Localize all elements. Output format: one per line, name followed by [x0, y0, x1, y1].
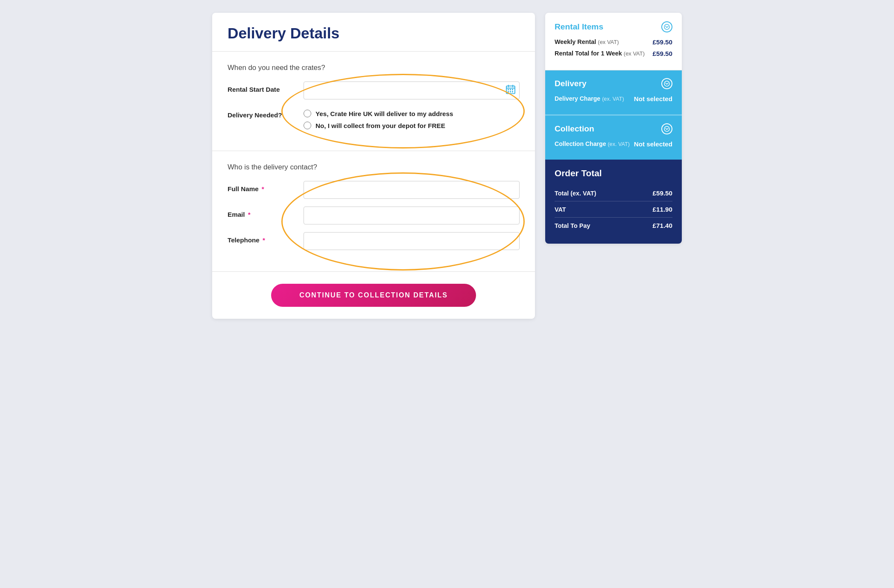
- email-required: *: [248, 211, 251, 218]
- radio-yes-text: Yes, Crate Hire UK will deliver to my ad…: [316, 110, 453, 117]
- delivery-charge-value: Not selected: [634, 95, 672, 102]
- crates-section: When do you need the crates? Rental Star…: [212, 52, 535, 151]
- radio-no-text: No, I will collect from your depot for F…: [316, 122, 445, 129]
- collection-title-row: Collection: [555, 123, 672, 134]
- fullname-label: Full Name *: [228, 181, 296, 192]
- rental-start-date-input[interactable]: [304, 82, 520, 99]
- weekly-rental-label: Weekly Rental (ex VAT): [555, 38, 619, 45]
- radio-no[interactable]: [304, 122, 311, 129]
- email-row: Email *: [228, 207, 520, 224]
- delivery-charge-label: Delivery Charge (ex. VAT): [555, 95, 624, 102]
- fullname-required: *: [262, 185, 264, 192]
- delivery-chevron[interactable]: [661, 78, 672, 89]
- radio-no-label[interactable]: No, I will collect from your depot for F…: [304, 122, 520, 129]
- delivery-radio-group: Yes, Crate Hire UK will deliver to my ad…: [304, 107, 520, 129]
- fullname-control: [304, 181, 520, 199]
- delivery-needed-label: Delivery Needed?: [228, 107, 296, 119]
- telephone-row: Telephone *: [228, 232, 520, 250]
- svg-point-12: [664, 126, 669, 131]
- rental-total-row: Rental Total for 1 Week (ex VAT) £59.50: [555, 50, 672, 57]
- collection-sidebar-section: Collection Collection Charge (ex. VAT) N…: [545, 114, 682, 160]
- vat-row: VAT £11.90: [555, 201, 672, 218]
- continue-button[interactable]: CONTINUE TO COLLECTION DETAILS: [271, 284, 476, 307]
- delivery-sidebar-section: Delivery Delivery Charge (ex. VAT) Not s…: [545, 70, 682, 114]
- page-title: Delivery Details: [228, 25, 520, 42]
- rental-total-label: Rental Total for 1 Week (ex VAT): [555, 50, 645, 57]
- weekly-rental-value: £59.50: [653, 38, 672, 46]
- date-input-wrap: [304, 82, 520, 99]
- collection-header: Collection Collection Charge (ex. VAT) N…: [545, 114, 682, 160]
- email-label: Email *: [228, 207, 296, 218]
- contact-question: Who is the delivery contact?: [228, 163, 520, 172]
- rental-items-title: Rental Items: [555, 22, 603, 32]
- rental-items-section: Rental Items Weekly Rental (ex VAT) £59.…: [545, 13, 682, 70]
- vat-label: VAT: [555, 206, 566, 213]
- delivery-charge-row: Delivery Charge (ex. VAT) Not selected: [555, 95, 672, 102]
- email-input[interactable]: [304, 207, 520, 224]
- crates-question: When do you need the crates?: [228, 64, 520, 72]
- collection-title: Collection: [555, 124, 594, 134]
- collection-charge-label: Collection Charge (ex. VAT): [555, 140, 630, 147]
- radio-yes[interactable]: [304, 110, 311, 117]
- rental-total-value: £59.50: [653, 50, 672, 57]
- page-wrapper: Delivery Details When do you need the cr…: [212, 13, 682, 319]
- fullname-row: Full Name *: [228, 181, 520, 199]
- sidebar: Rental Items Weekly Rental (ex VAT) £59.…: [545, 13, 682, 244]
- weekly-rental-row: Weekly Rental (ex VAT) £59.50: [555, 38, 672, 46]
- order-total-title: Order Total: [555, 168, 672, 178]
- telephone-label: Telephone *: [228, 232, 296, 244]
- fullname-input[interactable]: [304, 181, 520, 199]
- order-total-section: Order Total Total (ex. VAT) £59.50 VAT £…: [545, 160, 682, 244]
- delivery-needed-row: Delivery Needed? Yes, Crate Hire UK will…: [228, 107, 520, 129]
- collection-charge-row: Collection Charge (ex. VAT) Not selected: [555, 140, 672, 148]
- svg-point-11: [664, 81, 669, 86]
- total-ex-vat-value: £59.50: [653, 189, 672, 197]
- delivery-details-header: Delivery Details: [212, 13, 535, 52]
- continue-btn-wrap: CONTINUE TO COLLECTION DETAILS: [212, 272, 535, 319]
- radio-yes-label[interactable]: Yes, Crate Hire UK will deliver to my ad…: [304, 110, 520, 117]
- total-to-pay-row: Total To Pay £71.40: [555, 218, 672, 233]
- total-to-pay-label: Total To Pay: [555, 222, 590, 229]
- total-to-pay-value: £71.40: [653, 222, 672, 229]
- delivery-title: Delivery: [555, 79, 587, 88]
- rental-start-control: [304, 82, 520, 99]
- delivery-header: Delivery Delivery Charge (ex. VAT) Not s…: [545, 70, 682, 114]
- main-panel: Delivery Details When do you need the cr…: [212, 13, 535, 319]
- vat-value: £11.90: [653, 206, 672, 213]
- total-ex-vat-label: Total (ex. VAT): [555, 190, 596, 197]
- rental-start-label: Rental Start Date: [228, 82, 296, 93]
- collection-chevron[interactable]: [661, 123, 672, 134]
- rental-start-row: Rental Start Date: [228, 82, 520, 99]
- contact-section: Who is the delivery contact? Full Name *…: [212, 151, 535, 272]
- total-ex-vat-row: Total (ex. VAT) £59.50: [555, 185, 672, 201]
- radio-group: Yes, Crate Hire UK will deliver to my ad…: [304, 107, 520, 129]
- telephone-input[interactable]: [304, 232, 520, 250]
- rental-items-header: Rental Items: [555, 21, 672, 32]
- rental-items-chevron[interactable]: [661, 21, 672, 32]
- svg-point-10: [664, 24, 669, 29]
- collection-charge-value: Not selected: [634, 140, 672, 148]
- delivery-title-row: Delivery: [555, 78, 672, 89]
- telephone-required: *: [263, 236, 265, 244]
- telephone-control: [304, 232, 520, 250]
- email-control: [304, 207, 520, 224]
